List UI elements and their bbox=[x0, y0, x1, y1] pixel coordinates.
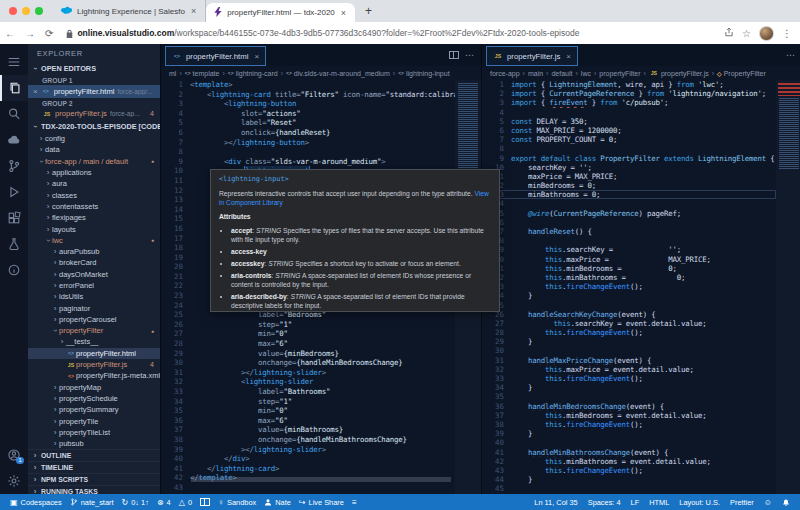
status-bell[interactable] bbox=[778, 494, 794, 510]
minimize-window-button[interactable] bbox=[22, 7, 30, 15]
breadcrumb-template[interactable]: <>template bbox=[185, 70, 220, 77]
remote-cloud-icon[interactable] bbox=[0, 127, 28, 153]
editor-tab-propertyfilter-js[interactable]: JS propertyFilter.js × bbox=[486, 46, 578, 66]
close-tab-icon[interactable]: × bbox=[340, 8, 347, 18]
tree-item-applications[interactable]: ›applications bbox=[28, 167, 160, 178]
code-line[interactable]: 32 this.maxPrice = event.detail.value; bbox=[482, 365, 776, 374]
status-lf[interactable]: LF bbox=[627, 494, 644, 510]
code-line[interactable]: 33 label="Bathrooms" bbox=[161, 387, 455, 397]
code-line[interactable]: 30 onchange={handleMinBedroomsChange} bbox=[161, 358, 455, 368]
address-bar[interactable]: online.visualstudio.com/workspace/b44615… bbox=[77, 28, 716, 38]
code-line[interactable]: 12 minBedrooms = 0; bbox=[482, 181, 776, 190]
close-window-button[interactable] bbox=[9, 7, 17, 15]
explorer-files-icon[interactable] bbox=[0, 75, 28, 101]
code-line[interactable]: 40 bbox=[482, 438, 776, 447]
breadcrumb-lightning-input[interactable]: <>lightning-input bbox=[398, 70, 449, 77]
code-line[interactable]: 23 this.fireChangeEvent(); bbox=[482, 282, 776, 291]
code-line[interactable]: 19 this.searchKey = ''; bbox=[482, 245, 776, 254]
code-line[interactable]: 36 max="6" bbox=[161, 416, 455, 426]
tree-item-propertyFilter-js-meta-xml[interactable]: ›<>propertyFilter.js-meta.xml bbox=[28, 370, 160, 381]
workspace-root-header[interactable]: ›TDX-2020-TOOLS-EPISODE [CODESP... bbox=[28, 120, 160, 133]
source-control-icon[interactable] bbox=[0, 153, 28, 179]
browser-tab-salesforce[interactable]: Lightning Experience | Salesfo × bbox=[53, 0, 206, 22]
code-line[interactable]: 36 handleMinBedroomsChange(event) { bbox=[482, 402, 776, 411]
close-icon[interactable]: × bbox=[566, 52, 571, 61]
breadcrumb-propertyFilter[interactable]: propertyFilter bbox=[599, 70, 640, 77]
tree-item-propertyTileList[interactable]: ›propertyTileList bbox=[28, 427, 160, 438]
tree-item-brokerCard[interactable]: ›brokerCard bbox=[28, 257, 160, 268]
tree-item-propertySchedule[interactable]: ›propertySchedule bbox=[28, 393, 160, 404]
code-line[interactable]: 28 this.fireChangeEvent(); bbox=[482, 328, 776, 337]
menu-icon[interactable] bbox=[0, 49, 28, 75]
horizontal-scrollbar[interactable] bbox=[191, 477, 451, 482]
tree-item-aura[interactable]: ›aura bbox=[28, 178, 160, 189]
code-line[interactable]: 3import { fireEvent } from 'c/pubsub'; bbox=[482, 98, 776, 107]
status-codespaces[interactable]: ▣Codespaces bbox=[6, 494, 66, 510]
status-prettier[interactable]: Prettier bbox=[726, 494, 758, 510]
status-html[interactable]: HTML bbox=[645, 494, 673, 510]
code-line[interactable]: 1<template> bbox=[161, 80, 455, 90]
code-line[interactable]: 8 bbox=[482, 144, 776, 153]
status-menu[interactable]: ≡ bbox=[348, 494, 361, 510]
tree-item-propertyFilter-html[interactable]: ›<>propertyFilter.html bbox=[28, 348, 160, 359]
code-line[interactable]: 34 step="1" bbox=[161, 397, 455, 407]
code-line[interactable]: 44 } bbox=[482, 475, 776, 484]
code-line[interactable]: 31 ></lightning-slider> bbox=[161, 368, 455, 378]
code-line[interactable]: 41 handleMinBathroomsChange(event) { bbox=[482, 448, 776, 457]
minimap[interactable] bbox=[776, 80, 800, 494]
back-icon[interactable]: ← bbox=[0, 28, 20, 39]
window-controls[interactable] bbox=[0, 7, 53, 15]
code-line[interactable]: 8 bbox=[161, 147, 455, 157]
refresh-icon[interactable]: ⟳ bbox=[40, 28, 58, 39]
problems-info-icon[interactable] bbox=[0, 257, 28, 283]
tree-item-__tests__[interactable]: ›__tests__ bbox=[28, 336, 160, 347]
tree-item-auraPubsub[interactable]: ›auraPubsub bbox=[28, 246, 160, 257]
code-line[interactable]: 22 this.minBathrooms = 0; bbox=[482, 273, 776, 282]
breadcrumb-ml[interactable]: ml bbox=[169, 70, 176, 77]
code-line[interactable]: 25 bbox=[482, 301, 776, 310]
open-editors-header[interactable]: ›OPEN EDITORS bbox=[28, 62, 160, 75]
tree-item-data[interactable]: ›data bbox=[28, 144, 160, 155]
code-line[interactable]: 16 bbox=[482, 218, 776, 227]
code-line[interactable]: 24 } bbox=[482, 291, 776, 300]
code-line[interactable]: 7 ></lightning-button> bbox=[161, 138, 455, 148]
code-line[interactable]: 27 min="0" bbox=[161, 329, 455, 339]
account-icon[interactable]: 1 bbox=[0, 442, 28, 468]
code-line[interactable]: 14 bbox=[482, 199, 776, 208]
code-line[interactable]: 43 this.fireChangeEvent(); bbox=[482, 466, 776, 475]
settings-gear-icon[interactable] bbox=[0, 468, 28, 494]
code-line[interactable]: 5const DELAY = 350; bbox=[482, 117, 776, 126]
bookmark-star-icon[interactable]: ☆ bbox=[742, 28, 751, 39]
breadcrumb-main[interactable]: main bbox=[528, 70, 543, 77]
code-line[interactable]: 33 this.fireChangeEvent(); bbox=[482, 374, 776, 383]
code-line[interactable]: 28 max="6" bbox=[161, 339, 455, 349]
code-line[interactable]: 3 <lightning-button bbox=[161, 99, 455, 109]
tree-item-classes[interactable]: ›classes bbox=[28, 189, 160, 200]
code-line[interactable]: 17 handleReset() { bbox=[482, 227, 776, 236]
sidebar-section-npm-scripts[interactable]: ›NPM SCRIPTS bbox=[28, 473, 160, 485]
more-actions-icon[interactable]: ⋯ bbox=[786, 50, 795, 60]
code-line[interactable]: 5 label="Reset" bbox=[161, 118, 455, 128]
sidebar-section-timeline[interactable]: ›TIMELINE bbox=[28, 461, 160, 473]
breadcrumb-PropertyFilter[interactable]: ◇PropertyFilter bbox=[717, 70, 766, 77]
forward-icon[interactable]: → bbox=[20, 28, 40, 39]
code-line[interactable]: 38 this.fireChangeEvent(); bbox=[482, 420, 776, 429]
breadcrumb-lwc[interactable]: lwc bbox=[581, 70, 591, 77]
breadcrumb-propertyFilter-js[interactable]: JSpropertyFilter.js bbox=[649, 70, 709, 77]
browser-tab-vscode[interactable]: propertyFilter.html — tdx-2020 × bbox=[206, 3, 355, 22]
code-line[interactable]: 37 value={minBathrooms} bbox=[161, 425, 455, 435]
code-line[interactable]: 9 <div class="slds-var-m-around_medium"> bbox=[161, 157, 455, 167]
breadcrumb-force-app[interactable]: force-app bbox=[490, 70, 520, 77]
breadcrumb-lightning-card[interactable]: <>lightning-card bbox=[228, 70, 278, 77]
code-line[interactable]: 4 slot="actions" bbox=[161, 109, 455, 119]
code-line[interactable]: 18 bbox=[482, 236, 776, 245]
code-line[interactable]: 37 this.minBedrooms = event.detail.value… bbox=[482, 411, 776, 420]
code-line[interactable]: 15 @wire(CurrentPageReference) pageRef; bbox=[482, 209, 776, 218]
code-line[interactable]: 7const PROPERTY_COUNT = 0; bbox=[482, 135, 776, 144]
code-line[interactable]: 31 handleMaxPriceChange(event) { bbox=[482, 356, 776, 365]
code-line[interactable]: 2import { CurrentPageReference } from 'l… bbox=[482, 89, 776, 98]
more-actions-icon[interactable]: ⋯ bbox=[465, 50, 474, 60]
code-line[interactable]: 35 bbox=[482, 392, 776, 401]
tree-item-propertyTile[interactable]: ›propertyTile bbox=[28, 415, 160, 426]
tree-item-propertyFilter-js[interactable]: ›JSpropertyFilter.js4 bbox=[28, 359, 160, 370]
